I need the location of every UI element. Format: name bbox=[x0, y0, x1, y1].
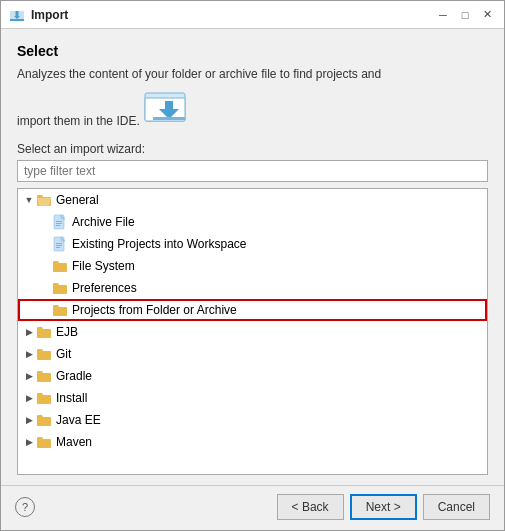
folder-icon-ejb bbox=[36, 324, 52, 340]
folder-icon-git bbox=[36, 346, 52, 362]
tree-label-ejb: EJB bbox=[56, 325, 78, 339]
folder-icon-preferences bbox=[52, 280, 68, 296]
tree-label-preferences: Preferences bbox=[72, 281, 137, 295]
back-button[interactable]: < Back bbox=[277, 494, 344, 520]
tree-item-preferences[interactable]: Preferences bbox=[18, 277, 487, 299]
tree-item-archive-file[interactable]: Archive File bbox=[18, 211, 487, 233]
tree-label-gradle: Gradle bbox=[56, 369, 92, 383]
tree-item-install[interactable]: ▶ Install bbox=[18, 387, 487, 409]
folder-icon-gradle bbox=[36, 368, 52, 384]
tree-item-existing-projects[interactable]: Existing Projects into Workspace bbox=[18, 233, 487, 255]
filter-input[interactable] bbox=[17, 160, 488, 182]
tree-item-general[interactable]: ▼ General bbox=[18, 189, 487, 211]
tree-label-maven: Maven bbox=[56, 435, 92, 449]
toggle-archive-file bbox=[38, 215, 52, 229]
toggle-preferences bbox=[38, 281, 52, 295]
tree-label-git: Git bbox=[56, 347, 71, 361]
toggle-install: ▶ bbox=[22, 391, 36, 405]
file-icon-existing-projects bbox=[52, 236, 68, 252]
import-illustration-icon bbox=[143, 83, 195, 125]
svg-rect-12 bbox=[56, 247, 60, 248]
tree-item-git[interactable]: ▶ Git bbox=[18, 343, 487, 365]
folder-icon-projects-from-folder bbox=[52, 302, 68, 318]
tree-label-existing-projects: Existing Projects into Workspace bbox=[72, 237, 247, 251]
toggle-existing-projects bbox=[38, 237, 52, 251]
toggle-file-system bbox=[38, 259, 52, 273]
tree-label-file-system: File System bbox=[72, 259, 135, 273]
svg-rect-1 bbox=[10, 19, 24, 21]
toggle-ejb: ▶ bbox=[22, 325, 36, 339]
tree-item-projects-from-folder[interactable]: Projects from Folder or Archive bbox=[18, 299, 487, 321]
folder-icon-java-ee bbox=[36, 412, 52, 428]
tree-label-install: Install bbox=[56, 391, 87, 405]
help-button[interactable]: ? bbox=[15, 497, 35, 517]
svg-rect-11 bbox=[56, 245, 62, 246]
svg-rect-4 bbox=[153, 117, 185, 120]
tree-label-general: General bbox=[56, 193, 99, 207]
import-window: Import ─ □ ✕ Select Analyzes the content… bbox=[0, 0, 505, 531]
tree-label-java-ee: Java EE bbox=[56, 413, 101, 427]
section-title: Select bbox=[17, 43, 488, 59]
title-bar: Import ─ □ ✕ bbox=[1, 1, 504, 29]
tree-label-projects-from-folder: Projects from Folder or Archive bbox=[72, 303, 237, 317]
maximize-button[interactable]: □ bbox=[456, 6, 474, 24]
toggle-maven: ▶ bbox=[22, 435, 36, 449]
main-content: Select Analyzes the content of your fold… bbox=[1, 29, 504, 485]
window-title: Import bbox=[31, 8, 68, 22]
tree-container[interactable]: ▼ General Archive File bbox=[17, 188, 488, 475]
close-button[interactable]: ✕ bbox=[478, 6, 496, 24]
file-icon-archive bbox=[52, 214, 68, 230]
filter-label: Select an import wizard: bbox=[17, 142, 488, 156]
title-bar-app-icon bbox=[9, 7, 25, 23]
description-text: Analyzes the content of your folder or a… bbox=[17, 67, 381, 128]
title-bar-left: Import bbox=[9, 7, 68, 23]
bottom-bar: ? < Back Next > Cancel bbox=[1, 485, 504, 530]
toggle-general: ▼ bbox=[22, 193, 36, 207]
next-button[interactable]: Next > bbox=[350, 494, 417, 520]
folder-open-icon bbox=[36, 192, 52, 208]
svg-rect-10 bbox=[56, 243, 62, 244]
tree-label-archive-file: Archive File bbox=[72, 215, 135, 229]
title-bar-controls: ─ □ ✕ bbox=[434, 6, 496, 24]
folder-icon-install bbox=[36, 390, 52, 406]
tree-item-file-system[interactable]: File System bbox=[18, 255, 487, 277]
toggle-java-ee: ▶ bbox=[22, 413, 36, 427]
bottom-left: ? bbox=[15, 497, 35, 517]
svg-rect-8 bbox=[56, 225, 60, 226]
minimize-button[interactable]: ─ bbox=[434, 6, 452, 24]
toggle-gradle: ▶ bbox=[22, 369, 36, 383]
folder-icon-file-system bbox=[52, 258, 68, 274]
tree-item-gradle[interactable]: ▶ Gradle bbox=[18, 365, 487, 387]
cancel-button[interactable]: Cancel bbox=[423, 494, 490, 520]
tree-item-java-ee[interactable]: ▶ Java EE bbox=[18, 409, 487, 431]
svg-rect-6 bbox=[56, 221, 62, 222]
toggle-git: ▶ bbox=[22, 347, 36, 361]
folder-icon-maven bbox=[36, 434, 52, 450]
svg-rect-7 bbox=[56, 223, 62, 224]
tree-item-ejb[interactable]: ▶ EJB bbox=[18, 321, 487, 343]
description: Analyzes the content of your folder or a… bbox=[17, 65, 488, 130]
tree-item-maven[interactable]: ▶ Maven bbox=[18, 431, 487, 453]
bottom-right: < Back Next > Cancel bbox=[277, 494, 490, 520]
toggle-projects-from-folder bbox=[38, 303, 52, 317]
